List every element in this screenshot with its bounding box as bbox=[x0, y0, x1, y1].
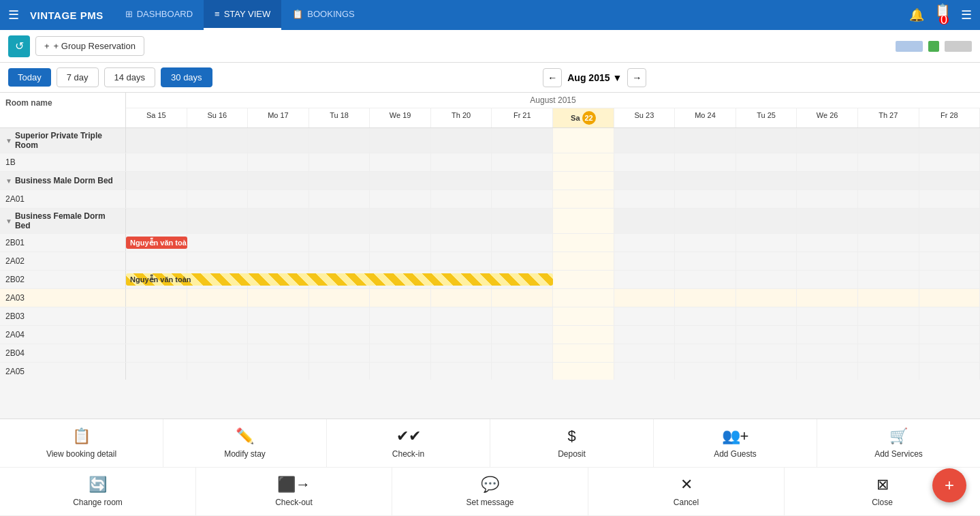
group-header-row: ▼Business Male Dorm Bed bbox=[0, 172, 980, 190]
date-cell bbox=[492, 209, 553, 233]
date-cell bbox=[187, 209, 249, 233]
room-row[interactable]: 2B03 bbox=[0, 307, 980, 326]
notification-icon[interactable]: 🔔 bbox=[909, 7, 924, 22]
date-cell bbox=[126, 252, 187, 270]
room-row[interactable]: 2A01 bbox=[0, 190, 980, 209]
date-cell bbox=[736, 271, 797, 288]
date-cell bbox=[858, 190, 919, 208]
next-date-button[interactable]: → bbox=[627, 68, 646, 87]
day-col-13: Fr 28 bbox=[919, 108, 980, 127]
date-cell bbox=[309, 190, 370, 208]
day-col-11: We 26 bbox=[797, 108, 858, 127]
date-cell bbox=[553, 363, 614, 380]
room-row[interactable]: 2A05 bbox=[0, 363, 980, 380]
date-cell bbox=[858, 234, 919, 252]
room-name-cell: 1B bbox=[0, 153, 126, 171]
date-cell bbox=[248, 128, 309, 153]
date-cell bbox=[919, 326, 980, 344]
group-reservation-button[interactable]: + + Group Reservation bbox=[35, 36, 144, 56]
30days-button[interactable]: 30 days bbox=[161, 67, 212, 87]
room-row[interactable]: 2B04 bbox=[0, 344, 980, 363]
current-month-label[interactable]: Aug 2015 ▼ bbox=[567, 72, 622, 83]
date-cell bbox=[126, 289, 187, 307]
dates-cells bbox=[126, 326, 980, 344]
date-cell bbox=[309, 209, 370, 233]
group-header-row: ▼Business Female Dorm Bed bbox=[0, 209, 980, 234]
7day-button[interactable]: 7 day bbox=[57, 67, 99, 87]
list-icon[interactable]: 📋 0 bbox=[935, 3, 950, 27]
date-cell bbox=[492, 363, 553, 380]
booking-bar[interactable]: Nguyễn văn toàn bbox=[126, 273, 553, 286]
view-controls: Today 7 day 14 days 30 days ← Aug 2015 ▼… bbox=[0, 63, 980, 93]
date-cell bbox=[858, 344, 919, 362]
today-button[interactable]: Today bbox=[8, 68, 51, 87]
date-cell bbox=[736, 190, 797, 208]
date-cell bbox=[370, 153, 431, 171]
date-cell bbox=[431, 190, 492, 208]
date-cell bbox=[126, 153, 187, 171]
date-cell bbox=[553, 344, 614, 362]
date-cell bbox=[919, 172, 980, 189]
refresh-button[interactable]: ↺ bbox=[8, 35, 30, 57]
date-cell bbox=[309, 363, 370, 380]
booking-bar[interactable]: Nguyễn văn toà bbox=[126, 237, 187, 249]
date-cell bbox=[187, 289, 249, 307]
date-cell bbox=[675, 307, 736, 325]
hamburger-icon[interactable]: ☰ bbox=[8, 7, 19, 22]
room-row[interactable]: 2A02 bbox=[0, 252, 980, 271]
date-cell bbox=[919, 153, 980, 171]
date-cell bbox=[553, 326, 614, 344]
plus-icon: + bbox=[44, 41, 50, 51]
toolbar-right bbox=[896, 41, 972, 52]
date-cell bbox=[187, 252, 249, 270]
date-cell bbox=[797, 344, 858, 362]
date-cell bbox=[309, 326, 370, 344]
date-cell bbox=[858, 128, 919, 153]
date-cell bbox=[431, 234, 492, 252]
date-cell bbox=[370, 209, 431, 233]
date-cell bbox=[553, 209, 614, 233]
date-cell bbox=[126, 363, 187, 380]
date-cell bbox=[492, 326, 553, 344]
date-cell bbox=[187, 307, 249, 325]
date-cell bbox=[309, 289, 370, 307]
room-row[interactable]: 2A04 bbox=[0, 326, 980, 344]
date-cell bbox=[858, 153, 919, 171]
day-col-3: Tu 18 bbox=[309, 108, 370, 127]
date-cell bbox=[675, 234, 736, 252]
dates-cells bbox=[126, 344, 980, 362]
date-cell bbox=[614, 234, 676, 252]
room-row[interactable]: 2B01Nguyễn văn toà bbox=[0, 234, 980, 252]
top-nav: ☰ VINTAGE PMS ⊞ DASHBOARD ≡ STAY VIEW 📋 … bbox=[0, 0, 980, 30]
date-cell bbox=[797, 209, 858, 233]
room-row[interactable]: 2B02Nguyễn văn toàn bbox=[0, 271, 980, 289]
nav-dashboard[interactable]: ⊞ DASHBOARD bbox=[114, 0, 204, 30]
menu-icon[interactable]: ☰ bbox=[961, 7, 972, 22]
date-cell bbox=[370, 172, 431, 189]
date-cell bbox=[614, 326, 676, 344]
room-row[interactable]: 2A03 bbox=[0, 289, 980, 307]
date-cell bbox=[126, 190, 187, 208]
room-row[interactable]: 1B bbox=[0, 153, 980, 172]
nav-stayview[interactable]: ≡ STAY VIEW bbox=[204, 0, 281, 30]
date-cell bbox=[492, 190, 553, 208]
nav-bookings[interactable]: 📋 BOOKINGS bbox=[281, 0, 365, 30]
day-col-0: Sa 15 bbox=[126, 108, 187, 127]
date-cell bbox=[919, 344, 980, 362]
date-cell bbox=[675, 209, 736, 233]
date-cell bbox=[553, 172, 614, 189]
room-name-cell: 2A04 bbox=[0, 326, 126, 344]
date-cell bbox=[797, 289, 858, 307]
date-cell bbox=[370, 363, 431, 380]
date-cell bbox=[370, 344, 431, 362]
date-cell bbox=[919, 209, 980, 233]
14days-button[interactable]: 14 days bbox=[104, 67, 156, 87]
date-cell bbox=[126, 307, 187, 325]
date-cell bbox=[370, 128, 431, 153]
color-legend-blue bbox=[896, 41, 923, 52]
date-cell bbox=[919, 307, 980, 325]
prev-date-button[interactable]: ← bbox=[543, 68, 562, 87]
room-name-cell: 2A01 bbox=[0, 190, 126, 208]
date-cell bbox=[797, 128, 858, 153]
date-cell bbox=[309, 153, 370, 171]
